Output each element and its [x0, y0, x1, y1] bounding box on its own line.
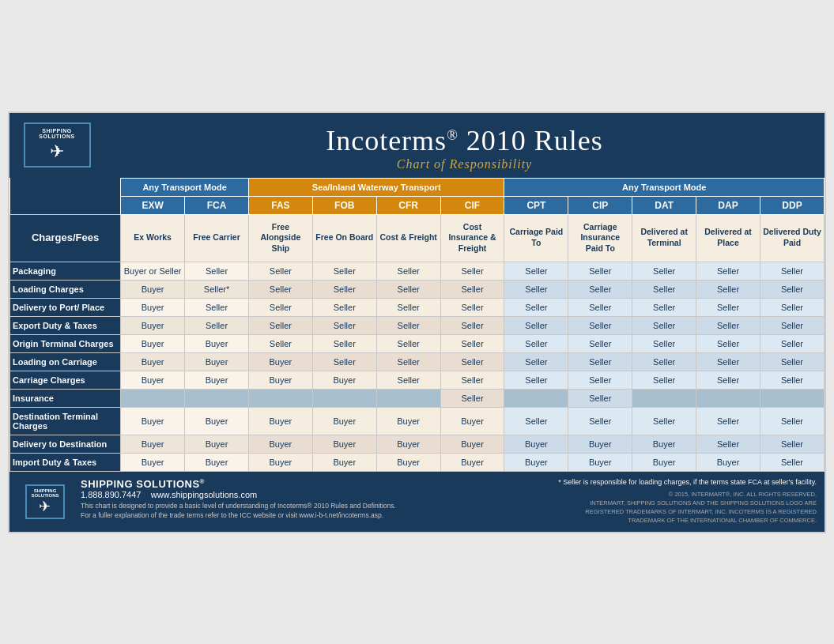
table-cell: Buyer	[440, 453, 504, 471]
table-cell: Seller	[632, 298, 696, 316]
fullname-ddp: Delivered Duty Paid	[760, 214, 824, 262]
table-cell: Seller	[376, 298, 440, 316]
table-cell: Buyer	[632, 435, 696, 453]
footer-copyright: © 2015, INTERMART®, INC. ALL RIGHTS RESE…	[453, 490, 817, 525]
table-cell: Buyer	[312, 435, 376, 453]
table-cell: Seller	[760, 371, 824, 389]
table-cell: Seller	[696, 407, 760, 435]
fullname-fob: Free On Board	[312, 214, 376, 262]
table-cell: Buyer	[185, 371, 249, 389]
table-cell: Seller	[568, 389, 632, 407]
table-cell: Buyer	[185, 352, 249, 371]
table-cell: Seller	[760, 298, 824, 316]
table-cell: Buyer	[185, 334, 249, 352]
fullname-dat: Delivered at Terminal	[632, 214, 696, 262]
table-cell: Seller	[696, 334, 760, 352]
table-cell: Buyer	[121, 407, 185, 435]
fullname-fas: Free Alongside Ship	[248, 214, 312, 262]
table-cell: Seller	[696, 371, 760, 389]
table-cell: Seller	[504, 262, 568, 280]
table-cell: Seller	[632, 352, 696, 371]
table-cell: Seller	[440, 371, 504, 389]
table-cell: Seller	[504, 334, 568, 352]
row-label: Insurance	[10, 389, 121, 407]
table-cell: Seller	[568, 352, 632, 371]
code-exw: EXW	[121, 196, 185, 214]
row-label: Destination Terminal Charges	[10, 407, 121, 435]
table-cell: Seller	[504, 407, 568, 435]
footer-note: * Seller is responsible for loading char…	[453, 478, 817, 486]
code-row: EXW FCA FAS FOB CFR CIF CPT CIP DAT DAP …	[10, 196, 825, 214]
code-cip: CIP	[568, 196, 632, 214]
table-cell: Seller	[760, 407, 824, 435]
table-row: Origin Terminal ChargesBuyerBuyerSellerS…	[10, 334, 825, 352]
table-row: InsuranceSellerSeller	[10, 389, 825, 407]
table-cell: Buyer	[121, 334, 185, 352]
table-cell: Buyer	[248, 435, 312, 453]
code-cif: CIF	[440, 196, 504, 214]
table-cell: Seller	[248, 334, 312, 352]
header: SHIPPING SOLUTIONS ✈ Incoterms® 2010 Rul…	[9, 113, 825, 178]
table-row: Destination Terminal ChargesBuyerBuyerBu…	[10, 407, 825, 435]
table-cell: Seller	[440, 280, 504, 298]
table-cell: Seller	[312, 298, 376, 316]
table-cell: Seller	[696, 298, 760, 316]
table-cell: Seller	[760, 334, 824, 352]
table-cell: Buyer	[121, 298, 185, 316]
table-row: Export Duty & TaxesBuyerSellerSellerSell…	[10, 316, 825, 334]
footer-right: * Seller is responsible for loading char…	[453, 478, 817, 525]
table-cell: Buyer	[696, 453, 760, 471]
table-cell: Seller	[760, 352, 824, 371]
table-cell	[696, 389, 760, 407]
table-cell: Buyer	[312, 453, 376, 471]
transport-any2-label: Any Transport Mode	[504, 178, 825, 196]
table-cell: Seller	[504, 371, 568, 389]
table-cell: Buyer	[121, 316, 185, 334]
table-cell: Buyer	[632, 453, 696, 471]
row-label: Export Duty & Taxes	[10, 316, 121, 334]
table-cell: Seller	[632, 334, 696, 352]
table-cell	[312, 389, 376, 407]
table-cell: Seller	[696, 435, 760, 453]
table-cell: Seller	[696, 262, 760, 280]
table-cell: Seller	[632, 407, 696, 435]
row-label: Delivery to Destination	[10, 435, 121, 453]
fullname-cfr: Cost & Freight	[376, 214, 440, 262]
row-label: Packaging	[10, 262, 121, 280]
transport-sea-label: Sea/Inland Waterway Transport	[248, 178, 504, 196]
table-cell	[504, 389, 568, 407]
code-dap: DAP	[696, 196, 760, 214]
table-cell: Seller	[568, 407, 632, 435]
table-cell: Buyer	[248, 371, 312, 389]
footer-phone: 1.888.890.7447	[81, 490, 141, 499]
table-cell: Seller	[504, 316, 568, 334]
code-ddp: DDP	[760, 196, 824, 214]
table-cell: Buyer	[121, 435, 185, 453]
footer-globe-icon: ✈	[31, 498, 58, 515]
code-dat: DAT	[632, 196, 696, 214]
table-row: Loading ChargesBuyerSeller*SellerSellerS…	[10, 280, 825, 298]
code-cfr: CFR	[376, 196, 440, 214]
table-cell: Buyer	[568, 453, 632, 471]
table-cell: Seller	[504, 280, 568, 298]
footer-logo-text: SHIPPINGSOLUTIONS	[31, 488, 58, 498]
transport-group-row: Any Transport Mode Sea/Inland Waterway T…	[10, 178, 825, 196]
table-cell: Buyer	[248, 352, 312, 371]
table-cell: Seller	[248, 262, 312, 280]
footer-contact: 1.888.890.7447 www.shippingsolutions.com	[81, 490, 445, 499]
table-cell: Seller	[376, 334, 440, 352]
table-cell	[248, 389, 312, 407]
table-cell: Seller	[312, 280, 376, 298]
title-text: Incoterms® 2010 Rules	[326, 125, 603, 156]
table-cell: Seller	[568, 298, 632, 316]
fullname-cpt: Carriage Paid To	[504, 214, 568, 262]
table-cell: Seller	[248, 298, 312, 316]
title-area: Incoterms® 2010 Rules Chart of Responsib…	[104, 113, 825, 178]
table-cell: Seller	[440, 316, 504, 334]
table-cell: Seller	[696, 352, 760, 371]
table-cell: Seller	[760, 262, 824, 280]
table-cell: Buyer	[121, 280, 185, 298]
table-cell: Seller	[504, 352, 568, 371]
row-label: Carriage Charges	[10, 371, 121, 389]
transport-any1-label: Any Transport Mode	[121, 178, 249, 196]
